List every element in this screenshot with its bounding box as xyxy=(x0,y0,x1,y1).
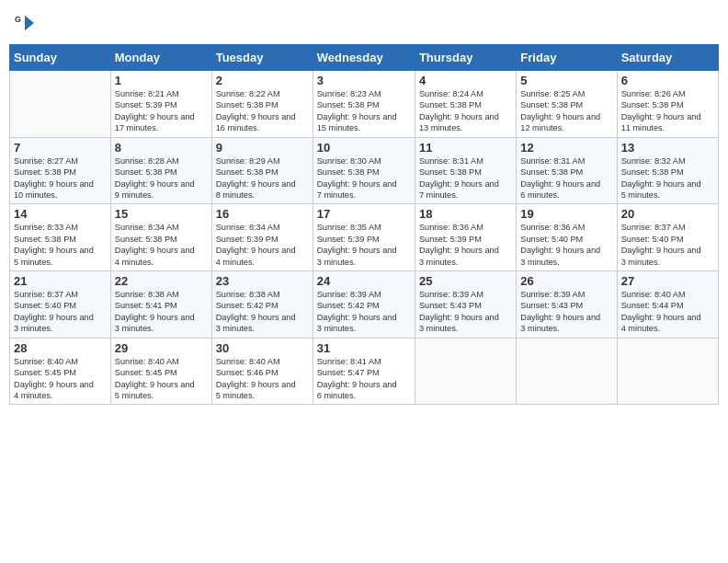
cell-details: Sunrise: 8:40 AMSunset: 5:46 PMDaylight:… xyxy=(216,356,309,402)
calendar-week-row: 21Sunrise: 8:37 AMSunset: 5:40 PMDayligh… xyxy=(10,271,719,339)
calendar-header-monday: Monday xyxy=(110,45,211,71)
calendar-cell: 26Sunrise: 8:39 AMSunset: 5:43 PMDayligh… xyxy=(517,271,617,339)
cell-details: Sunrise: 8:37 AMSunset: 5:40 PMDaylight:… xyxy=(621,222,714,268)
calendar-cell: 23Sunrise: 8:38 AMSunset: 5:42 PMDayligh… xyxy=(211,271,313,339)
calendar-cell: 30Sunrise: 8:40 AMSunset: 5:46 PMDayligh… xyxy=(211,338,313,405)
cell-details: Sunrise: 8:40 AMSunset: 5:44 PMDaylight:… xyxy=(621,289,714,335)
calendar-cell xyxy=(517,338,617,405)
day-number: 5 xyxy=(520,74,612,87)
calendar-header-thursday: Thursday xyxy=(415,45,516,71)
day-number: 29 xyxy=(115,341,208,355)
day-number: 20 xyxy=(621,207,714,221)
calendar-cell xyxy=(415,338,516,405)
day-number: 6 xyxy=(621,74,714,87)
calendar-cell: 20Sunrise: 8:37 AMSunset: 5:40 PMDayligh… xyxy=(617,204,718,271)
calendar-cell: 4Sunrise: 8:24 AMSunset: 5:38 PMDaylight… xyxy=(415,71,516,138)
calendar-week-row: 14Sunrise: 8:33 AMSunset: 5:38 PMDayligh… xyxy=(10,204,719,271)
cell-details: Sunrise: 8:21 AMSunset: 5:39 PMDaylight:… xyxy=(115,88,208,134)
day-number: 24 xyxy=(317,274,411,288)
calendar-cell: 21Sunrise: 8:37 AMSunset: 5:40 PMDayligh… xyxy=(10,271,111,339)
calendar-cell: 17Sunrise: 8:35 AMSunset: 5:39 PMDayligh… xyxy=(313,204,415,271)
day-number: 8 xyxy=(115,141,208,155)
calendar-cell: 7Sunrise: 8:27 AMSunset: 5:38 PMDaylight… xyxy=(10,137,111,204)
cell-details: Sunrise: 8:25 AMSunset: 5:38 PMDaylight:… xyxy=(520,88,612,134)
day-number: 27 xyxy=(621,274,714,288)
cell-details: Sunrise: 8:36 AMSunset: 5:39 PMDaylight:… xyxy=(419,222,512,268)
day-number: 11 xyxy=(419,141,512,155)
calendar-cell: 13Sunrise: 8:32 AMSunset: 5:38 PMDayligh… xyxy=(617,137,718,204)
day-number: 4 xyxy=(419,74,512,87)
cell-details: Sunrise: 8:35 AMSunset: 5:39 PMDaylight:… xyxy=(317,222,411,268)
calendar-cell: 2Sunrise: 8:22 AMSunset: 5:38 PMDaylight… xyxy=(211,71,313,138)
cell-details: Sunrise: 8:34 AMSunset: 5:38 PMDaylight:… xyxy=(115,222,208,268)
cell-details: Sunrise: 8:33 AMSunset: 5:38 PMDaylight:… xyxy=(14,222,107,268)
calendar-cell: 31Sunrise: 8:41 AMSunset: 5:47 PMDayligh… xyxy=(313,338,415,405)
calendar-cell xyxy=(617,338,718,405)
day-number: 21 xyxy=(14,274,107,288)
calendar-header-row: SundayMondayTuesdayWednesdayThursdayFrid… xyxy=(10,45,719,71)
cell-details: Sunrise: 8:24 AMSunset: 5:38 PMDaylight:… xyxy=(419,88,512,134)
cell-details: Sunrise: 8:37 AMSunset: 5:40 PMDaylight:… xyxy=(14,289,107,335)
calendar-table: SundayMondayTuesdayWednesdayThursdayFrid… xyxy=(9,44,719,405)
calendar-cell: 11Sunrise: 8:31 AMSunset: 5:38 PMDayligh… xyxy=(415,137,516,204)
day-number: 23 xyxy=(216,274,309,288)
calendar-cell: 14Sunrise: 8:33 AMSunset: 5:38 PMDayligh… xyxy=(10,204,111,271)
cell-details: Sunrise: 8:38 AMSunset: 5:41 PMDaylight:… xyxy=(115,289,208,335)
calendar-cell: 5Sunrise: 8:25 AMSunset: 5:38 PMDaylight… xyxy=(517,71,617,138)
cell-details: Sunrise: 8:28 AMSunset: 5:38 PMDaylight:… xyxy=(115,155,208,201)
calendar-cell: 3Sunrise: 8:23 AMSunset: 5:38 PMDaylight… xyxy=(313,71,415,138)
cell-details: Sunrise: 8:38 AMSunset: 5:42 PMDaylight:… xyxy=(216,289,309,335)
logo: G xyxy=(15,13,37,33)
day-number: 19 xyxy=(520,207,612,221)
calendar-cell: 9Sunrise: 8:29 AMSunset: 5:38 PMDaylight… xyxy=(211,137,313,204)
day-number: 22 xyxy=(115,274,208,288)
cell-details: Sunrise: 8:36 AMSunset: 5:40 PMDaylight:… xyxy=(520,222,612,268)
calendar-cell: 24Sunrise: 8:39 AMSunset: 5:42 PMDayligh… xyxy=(313,271,415,339)
cell-details: Sunrise: 8:32 AMSunset: 5:38 PMDaylight:… xyxy=(621,155,714,201)
calendar-cell: 10Sunrise: 8:30 AMSunset: 5:38 PMDayligh… xyxy=(313,137,415,204)
day-number: 25 xyxy=(419,274,512,288)
calendar-cell: 18Sunrise: 8:36 AMSunset: 5:39 PMDayligh… xyxy=(415,204,516,271)
cell-details: Sunrise: 8:39 AMSunset: 5:43 PMDaylight:… xyxy=(419,289,512,335)
calendar-cell: 16Sunrise: 8:34 AMSunset: 5:39 PMDayligh… xyxy=(211,204,313,271)
svg-marker-1 xyxy=(25,16,34,31)
day-number: 30 xyxy=(216,341,309,355)
logo-icon: G xyxy=(15,13,35,33)
calendar-header-saturday: Saturday xyxy=(617,45,718,71)
svg-text:G: G xyxy=(15,15,21,24)
day-number: 12 xyxy=(520,141,612,155)
day-number: 3 xyxy=(317,74,411,87)
day-number: 14 xyxy=(14,207,107,221)
cell-details: Sunrise: 8:30 AMSunset: 5:38 PMDaylight:… xyxy=(317,155,411,201)
cell-details: Sunrise: 8:34 AMSunset: 5:39 PMDaylight:… xyxy=(216,222,309,268)
day-number: 13 xyxy=(621,141,714,155)
cell-details: Sunrise: 8:39 AMSunset: 5:43 PMDaylight:… xyxy=(520,289,612,335)
calendar-cell: 8Sunrise: 8:28 AMSunset: 5:38 PMDaylight… xyxy=(110,137,211,204)
day-number: 26 xyxy=(520,274,612,288)
cell-details: Sunrise: 8:40 AMSunset: 5:45 PMDaylight:… xyxy=(14,356,107,402)
cell-details: Sunrise: 8:40 AMSunset: 5:45 PMDaylight:… xyxy=(115,356,208,402)
calendar-cell: 1Sunrise: 8:21 AMSunset: 5:39 PMDaylight… xyxy=(110,71,211,138)
cell-details: Sunrise: 8:39 AMSunset: 5:42 PMDaylight:… xyxy=(317,289,411,335)
calendar-cell: 19Sunrise: 8:36 AMSunset: 5:40 PMDayligh… xyxy=(517,204,617,271)
day-number: 28 xyxy=(14,341,107,355)
calendar-cell: 6Sunrise: 8:26 AMSunset: 5:38 PMDaylight… xyxy=(617,71,718,138)
day-number: 7 xyxy=(14,141,107,155)
calendar-cell: 15Sunrise: 8:34 AMSunset: 5:38 PMDayligh… xyxy=(110,204,211,271)
cell-details: Sunrise: 8:22 AMSunset: 5:38 PMDaylight:… xyxy=(216,88,309,134)
calendar-week-row: 7Sunrise: 8:27 AMSunset: 5:38 PMDaylight… xyxy=(10,137,719,204)
page-header: G xyxy=(9,9,719,37)
day-number: 18 xyxy=(419,207,512,221)
calendar-header-wednesday: Wednesday xyxy=(313,45,415,71)
day-number: 15 xyxy=(115,207,208,221)
cell-details: Sunrise: 8:31 AMSunset: 5:38 PMDaylight:… xyxy=(419,155,512,201)
calendar-header-friday: Friday xyxy=(517,45,617,71)
calendar-cell: 28Sunrise: 8:40 AMSunset: 5:45 PMDayligh… xyxy=(10,338,111,405)
calendar-cell: 29Sunrise: 8:40 AMSunset: 5:45 PMDayligh… xyxy=(110,338,211,405)
cell-details: Sunrise: 8:41 AMSunset: 5:47 PMDaylight:… xyxy=(317,356,411,402)
cell-details: Sunrise: 8:27 AMSunset: 5:38 PMDaylight:… xyxy=(14,155,107,201)
calendar-cell: 25Sunrise: 8:39 AMSunset: 5:43 PMDayligh… xyxy=(415,271,516,339)
calendar-cell xyxy=(10,71,111,138)
day-number: 1 xyxy=(115,74,208,87)
calendar-cell: 22Sunrise: 8:38 AMSunset: 5:41 PMDayligh… xyxy=(110,271,211,339)
